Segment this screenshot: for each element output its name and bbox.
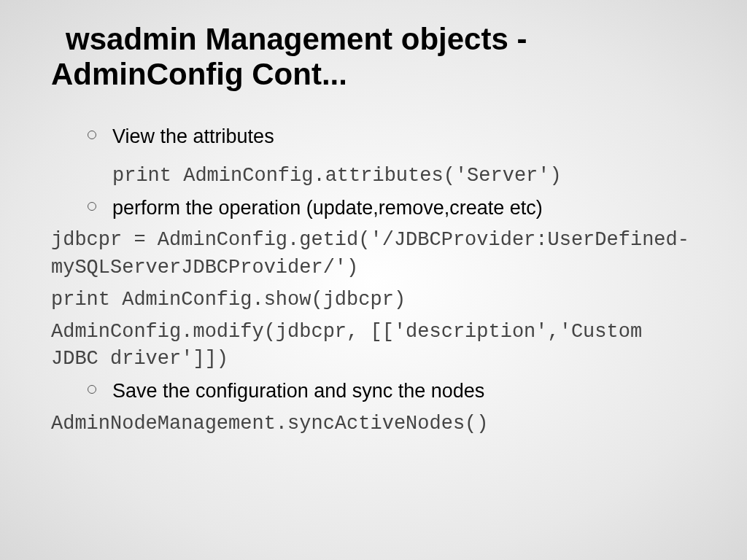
list-item: perform the operation (update,remove,cre… <box>88 195 696 221</box>
slide-content: View the attributes print AdminConfig.at… <box>51 123 696 438</box>
bullet-icon <box>88 385 96 394</box>
code-line: AdminNodeManagement.syncActiveNodes() <box>51 411 696 438</box>
slide-title: wsadmin Management objects - AdminConfig… <box>51 22 696 93</box>
list-item: View the attributes <box>88 123 696 149</box>
bullet-icon <box>88 131 96 139</box>
bullet-text: View the attributes <box>112 123 274 149</box>
code-line: print AdminConfig.show(jdbcpr) <box>51 287 696 314</box>
bullet-text: Save the configuration and sync the node… <box>112 378 484 404</box>
bullet-text: perform the operation (update,remove,cre… <box>112 195 543 221</box>
slide: wsadmin Management objects - AdminConfig… <box>0 0 747 560</box>
code-line: AdminConfig.modify(jdbcpr, [['descriptio… <box>51 319 696 374</box>
list-item: Save the configuration and sync the node… <box>88 378 696 404</box>
bullet-icon <box>88 202 96 211</box>
code-line: jdbcpr = AdminConfig.getid('/JDBCProvide… <box>51 227 696 282</box>
code-line: print AdminConfig.attributes('Server') <box>88 163 696 190</box>
